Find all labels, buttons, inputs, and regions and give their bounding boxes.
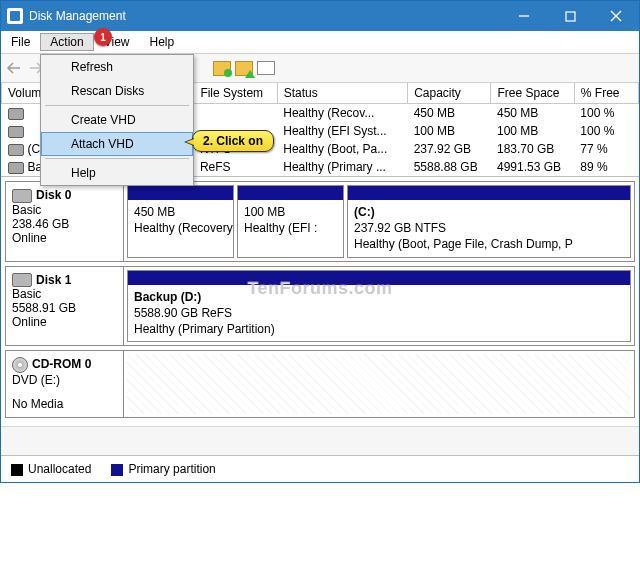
titlebar[interactable]: Disk Management xyxy=(1,1,639,31)
disk-info: Disk 0 Basic238.46 GBOnline xyxy=(6,182,124,261)
app-icon xyxy=(7,8,23,24)
col-status[interactable]: Status xyxy=(277,83,407,104)
col-filesystem[interactable]: File System xyxy=(194,83,277,104)
col-percent-free[interactable]: % Free xyxy=(574,83,638,104)
disk-info: Disk 1 Basic5588.91 GBOnline xyxy=(6,267,124,346)
disk-graphical-view: Disk 0 Basic238.46 GBOnline 450 MBHealth… xyxy=(1,176,639,426)
menu-file[interactable]: File xyxy=(1,33,40,51)
menu-separator xyxy=(45,158,189,159)
minimize-button[interactable] xyxy=(501,1,547,31)
back-icon[interactable] xyxy=(5,59,23,77)
action-menu-dropdown: Refresh Rescan Disks Create VHD Attach V… xyxy=(40,54,194,186)
annotation-step-1: 1 xyxy=(94,28,112,46)
annotation-step-2: 2. Click on xyxy=(192,130,274,152)
partition[interactable]: Backup (D:)5588.90 GB ReFSHealthy (Prima… xyxy=(127,270,631,343)
disk-icon xyxy=(12,189,32,203)
toolbar: Refresh Rescan Disks Create VHD Attach V… xyxy=(1,54,639,83)
volume-icon xyxy=(8,126,24,138)
menu-action[interactable]: Action xyxy=(40,33,93,51)
menu-help-item[interactable]: Help xyxy=(41,161,193,185)
volume-icon xyxy=(8,108,24,120)
partition[interactable]: 450 MBHealthy (Recovery xyxy=(127,185,234,258)
partition[interactable]: (C:)237.92 GB NTFSHealthy (Boot, Page Fi… xyxy=(347,185,631,258)
disk-info: CD-ROM 0 DVD (E:)No Media xyxy=(6,351,124,417)
legend-primary: Primary partition xyxy=(111,462,215,476)
menu-separator xyxy=(45,105,189,106)
properties-icon[interactable] xyxy=(257,59,275,77)
partition-header xyxy=(128,271,630,285)
disk-icon xyxy=(12,273,32,287)
svg-rect-1 xyxy=(566,12,575,21)
partition[interactable]: 100 MBHealthy (EFI : xyxy=(237,185,344,258)
menu-rescan-disks[interactable]: Rescan Disks xyxy=(41,79,193,103)
menu-attach-vhd-label: Attach VHD xyxy=(71,137,134,151)
disk-row[interactable]: Disk 0 Basic238.46 GBOnline 450 MBHealth… xyxy=(5,181,635,262)
volume-icon xyxy=(8,144,24,156)
menu-attach-vhd[interactable]: Attach VHD 2. Click on xyxy=(41,132,193,156)
col-free-space[interactable]: Free Space xyxy=(491,83,574,104)
menu-bar: File Action View Help 1 xyxy=(1,31,639,54)
maximize-button[interactable] xyxy=(547,1,593,31)
square-icon xyxy=(11,464,23,476)
open-folder-icon[interactable] xyxy=(235,59,253,77)
disk-icon xyxy=(12,357,28,373)
menu-create-vhd[interactable]: Create VHD xyxy=(41,108,193,132)
disk-row[interactable]: Disk 1 Basic5588.91 GBOnline Backup (D:)… xyxy=(5,266,635,347)
volume-icon xyxy=(8,162,24,174)
window-title: Disk Management xyxy=(29,9,501,23)
empty-partition-area xyxy=(127,354,631,414)
bottom-scroll-area xyxy=(1,426,639,455)
square-icon xyxy=(111,464,123,476)
partition-header xyxy=(348,186,630,200)
disk-row[interactable]: CD-ROM 0 DVD (E:)No Media xyxy=(5,350,635,418)
legend-unallocated: Unallocated xyxy=(11,462,91,476)
menu-help[interactable]: Help xyxy=(140,33,185,51)
close-button[interactable] xyxy=(593,1,639,31)
partition-header xyxy=(128,186,233,200)
col-capacity[interactable]: Capacity xyxy=(408,83,491,104)
legend: Unallocated Primary partition xyxy=(1,455,639,482)
partition-header xyxy=(238,186,343,200)
menu-refresh[interactable]: Refresh xyxy=(41,55,193,79)
new-folder-icon[interactable] xyxy=(213,59,231,77)
disk-management-window: Disk Management File Action View Help 1 … xyxy=(0,0,640,483)
